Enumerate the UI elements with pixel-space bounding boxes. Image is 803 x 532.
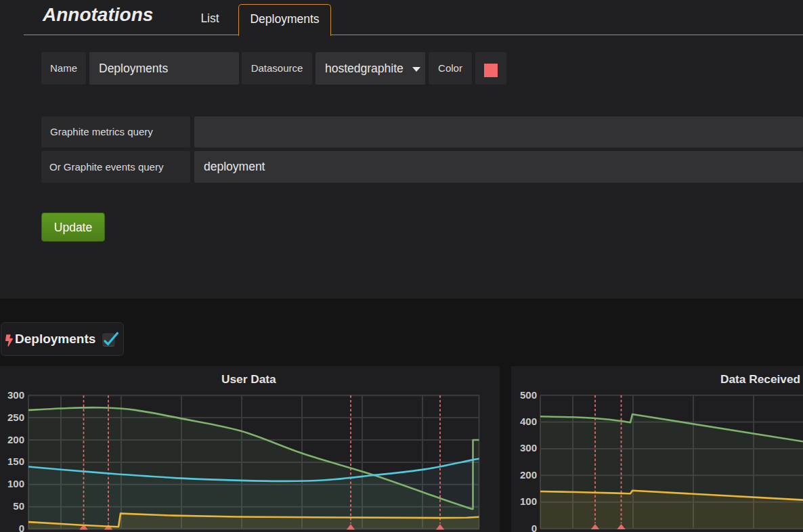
svg-text:300: 300 — [7, 389, 24, 401]
svg-text:50: 50 — [13, 500, 24, 512]
svg-text:150: 150 — [7, 456, 24, 467]
svg-text:100: 100 — [7, 478, 24, 489]
svg-text:200: 200 — [520, 469, 537, 481]
svg-text:500: 500 — [520, 389, 537, 401]
svg-text:300: 300 — [520, 442, 537, 453]
svg-text:400: 400 — [520, 416, 537, 427]
svg-text:0: 0 — [531, 523, 537, 532]
svg-text:200: 200 — [7, 434, 24, 445]
svg-text:250: 250 — [7, 412, 24, 423]
svg-text:100: 100 — [520, 495, 537, 507]
svg-text:0: 0 — [19, 523, 24, 532]
